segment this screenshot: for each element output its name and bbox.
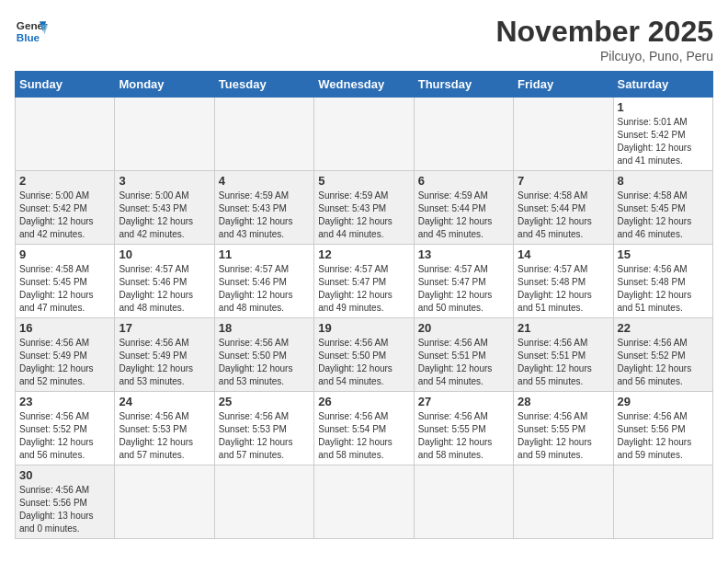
calendar-cell [314, 465, 414, 539]
day-info: Sunrise: 4:56 AM Sunset: 5:49 PM Dayligh… [19, 337, 110, 388]
day-info: Sunrise: 4:58 AM Sunset: 5:44 PM Dayligh… [518, 190, 609, 241]
calendar-cell [613, 465, 712, 539]
title-block: November 2025 Pilcuyo, Puno, Peru [495, 15, 713, 63]
calendar-cell [514, 98, 613, 171]
day-number: 24 [119, 395, 210, 408]
day-number: 20 [418, 321, 509, 335]
calendar-cell: 27Sunrise: 4:56 AM Sunset: 5:55 PM Dayli… [414, 392, 513, 465]
day-info: Sunrise: 4:56 AM Sunset: 5:52 PM Dayligh… [19, 410, 110, 462]
day-info: Sunrise: 4:56 AM Sunset: 5:52 PM Dayligh… [618, 337, 709, 388]
calendar-cell [115, 465, 214, 539]
svg-text:Blue: Blue [17, 31, 40, 43]
day-info: Sunrise: 4:57 AM Sunset: 5:48 PM Dayligh… [518, 263, 609, 315]
day-number: 3 [119, 174, 210, 188]
calendar-cell: 15Sunrise: 4:56 AM Sunset: 5:48 PM Dayli… [613, 245, 712, 318]
day-header-tuesday: Tuesday [214, 72, 313, 98]
calendar-cell: 14Sunrise: 4:57 AM Sunset: 5:48 PM Dayli… [514, 245, 613, 318]
calendar-cell: 1Sunrise: 5:01 AM Sunset: 5:42 PM Daylig… [613, 98, 712, 171]
calendar-week-row: 2Sunrise: 5:00 AM Sunset: 5:42 PM Daylig… [16, 171, 713, 245]
calendar-week-row: 16Sunrise: 4:56 AM Sunset: 5:49 PM Dayli… [16, 318, 713, 392]
day-number: 7 [518, 174, 609, 188]
day-number: 4 [219, 174, 310, 188]
day-info: Sunrise: 4:57 AM Sunset: 5:46 PM Dayligh… [219, 263, 310, 315]
day-number: 30 [19, 468, 110, 482]
calendar-cell: 28Sunrise: 4:56 AM Sunset: 5:55 PM Dayli… [514, 392, 613, 465]
day-number: 22 [618, 321, 709, 335]
calendar-week-row: 1Sunrise: 5:01 AM Sunset: 5:42 PM Daylig… [16, 98, 713, 171]
day-number: 16 [19, 321, 110, 335]
day-number: 18 [219, 321, 310, 335]
calendar-cell: 26Sunrise: 4:56 AM Sunset: 5:54 PM Dayli… [314, 392, 414, 465]
calendar-week-row: 9Sunrise: 4:58 AM Sunset: 5:45 PM Daylig… [16, 245, 713, 318]
calendar-cell [414, 465, 513, 539]
day-header-friday: Friday [514, 72, 613, 98]
day-info: Sunrise: 4:56 AM Sunset: 5:49 PM Dayligh… [119, 337, 210, 388]
calendar-cell [214, 465, 313, 539]
day-number: 2 [19, 174, 110, 188]
day-header-wednesday: Wednesday [314, 72, 414, 98]
day-number: 27 [418, 395, 509, 408]
logo: General Blue [15, 15, 48, 48]
day-info: Sunrise: 4:59 AM Sunset: 5:44 PM Dayligh… [418, 190, 509, 241]
page-header: General Blue November 2025 Pilcuyo, Puno… [15, 15, 713, 63]
calendar-cell: 22Sunrise: 4:56 AM Sunset: 5:52 PM Dayli… [613, 318, 712, 392]
day-info: Sunrise: 4:56 AM Sunset: 5:55 PM Dayligh… [418, 410, 509, 462]
calendar-table: SundayMondayTuesdayWednesdayThursdayFrid… [15, 71, 713, 539]
day-number: 15 [618, 247, 709, 261]
calendar-cell: 21Sunrise: 4:56 AM Sunset: 5:51 PM Dayli… [514, 318, 613, 392]
day-info: Sunrise: 4:56 AM Sunset: 5:50 PM Dayligh… [219, 337, 310, 388]
day-header-monday: Monday [115, 72, 214, 98]
calendar-cell [514, 465, 613, 539]
calendar-cell [115, 98, 214, 171]
day-info: Sunrise: 4:56 AM Sunset: 5:55 PM Dayligh… [518, 410, 609, 462]
day-info: Sunrise: 4:59 AM Sunset: 5:43 PM Dayligh… [219, 190, 310, 241]
calendar-cell: 3Sunrise: 5:00 AM Sunset: 5:43 PM Daylig… [115, 171, 214, 245]
month-title: November 2025 [495, 15, 713, 49]
calendar-cell: 20Sunrise: 4:56 AM Sunset: 5:51 PM Dayli… [414, 318, 513, 392]
logo-icon: General Blue [15, 15, 48, 48]
calendar-cell: 2Sunrise: 5:00 AM Sunset: 5:42 PM Daylig… [16, 171, 115, 245]
calendar-cell: 9Sunrise: 4:58 AM Sunset: 5:45 PM Daylig… [16, 245, 115, 318]
calendar-cell: 17Sunrise: 4:56 AM Sunset: 5:49 PM Dayli… [115, 318, 214, 392]
day-number: 8 [618, 174, 709, 188]
calendar-cell: 23Sunrise: 4:56 AM Sunset: 5:52 PM Dayli… [16, 392, 115, 465]
day-info: Sunrise: 5:00 AM Sunset: 5:42 PM Dayligh… [19, 190, 110, 241]
calendar-cell [414, 98, 513, 171]
day-info: Sunrise: 4:56 AM Sunset: 5:51 PM Dayligh… [518, 337, 609, 388]
day-number: 12 [318, 247, 409, 261]
day-info: Sunrise: 4:56 AM Sunset: 5:53 PM Dayligh… [119, 410, 210, 462]
calendar-cell: 7Sunrise: 4:58 AM Sunset: 5:44 PM Daylig… [514, 171, 613, 245]
day-number: 9 [19, 247, 110, 261]
day-number: 11 [219, 247, 310, 261]
calendar-cell: 11Sunrise: 4:57 AM Sunset: 5:46 PM Dayli… [214, 245, 313, 318]
calendar-cell: 6Sunrise: 4:59 AM Sunset: 5:44 PM Daylig… [414, 171, 513, 245]
day-number: 5 [318, 174, 409, 188]
day-info: Sunrise: 4:57 AM Sunset: 5:46 PM Dayligh… [119, 263, 210, 315]
day-info: Sunrise: 4:56 AM Sunset: 5:51 PM Dayligh… [418, 337, 509, 388]
calendar-cell: 29Sunrise: 4:56 AM Sunset: 5:56 PM Dayli… [613, 392, 712, 465]
day-number: 10 [119, 247, 210, 261]
day-number: 28 [518, 395, 609, 408]
day-info: Sunrise: 4:59 AM Sunset: 5:43 PM Dayligh… [318, 190, 409, 241]
calendar-cell: 10Sunrise: 4:57 AM Sunset: 5:46 PM Dayli… [115, 245, 214, 318]
calendar-header-row: SundayMondayTuesdayWednesdayThursdayFrid… [16, 72, 713, 98]
day-info: Sunrise: 4:56 AM Sunset: 5:50 PM Dayligh… [318, 337, 409, 388]
day-header-thursday: Thursday [414, 72, 513, 98]
day-info: Sunrise: 4:56 AM Sunset: 5:48 PM Dayligh… [618, 263, 709, 315]
day-number: 23 [19, 395, 110, 408]
day-info: Sunrise: 4:58 AM Sunset: 5:45 PM Dayligh… [19, 263, 110, 315]
day-info: Sunrise: 4:58 AM Sunset: 5:45 PM Dayligh… [618, 190, 709, 241]
day-header-saturday: Saturday [613, 72, 712, 98]
calendar-cell: 30Sunrise: 4:56 AM Sunset: 5:56 PM Dayli… [16, 465, 115, 539]
calendar-cell: 18Sunrise: 4:56 AM Sunset: 5:50 PM Dayli… [214, 318, 313, 392]
day-info: Sunrise: 5:01 AM Sunset: 5:42 PM Dayligh… [618, 116, 709, 167]
day-number: 29 [618, 395, 709, 408]
calendar-cell: 24Sunrise: 4:56 AM Sunset: 5:53 PM Dayli… [115, 392, 214, 465]
day-number: 21 [518, 321, 609, 335]
location-subtitle: Pilcuyo, Puno, Peru [495, 49, 713, 63]
calendar-cell [214, 98, 313, 171]
calendar-cell: 4Sunrise: 4:59 AM Sunset: 5:43 PM Daylig… [214, 171, 313, 245]
day-header-sunday: Sunday [16, 72, 115, 98]
calendar-week-row: 30Sunrise: 4:56 AM Sunset: 5:56 PM Dayli… [16, 465, 713, 539]
day-info: Sunrise: 4:57 AM Sunset: 5:47 PM Dayligh… [418, 263, 509, 315]
